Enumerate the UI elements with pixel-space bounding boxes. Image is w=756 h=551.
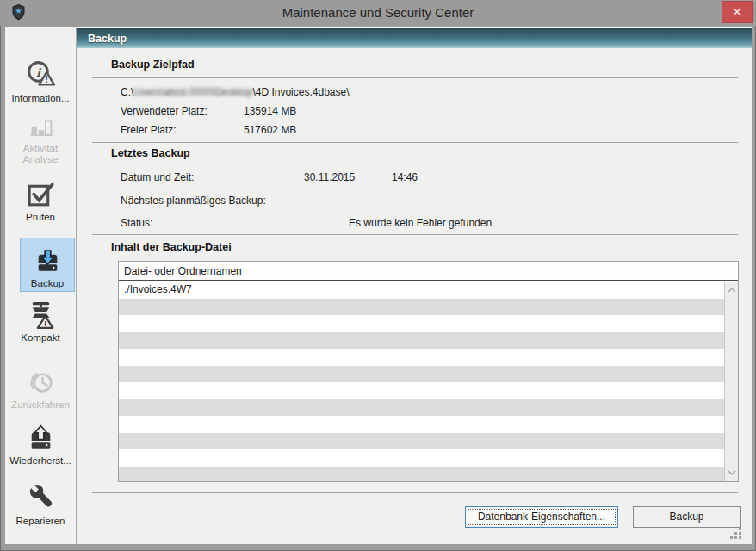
svg-text:!: !	[45, 75, 47, 84]
scroll-down-icon[interactable]	[725, 466, 739, 480]
sidebar-item-label: Information...	[5, 93, 76, 104]
table-row[interactable]	[119, 433, 724, 450]
section-heading-letztes-backup: Letztes Backup	[111, 147, 190, 159]
database-properties-button[interactable]: Datenbank-Eigenschaften...	[465, 506, 618, 528]
section-heading-inhalt: Inhalt der Backup-Datei	[111, 241, 232, 253]
table-row[interactable]	[119, 416, 724, 433]
panel-title: Backup	[88, 29, 127, 48]
sidebar-item-reparieren[interactable]: Reparieren	[5, 482, 76, 527]
table-row[interactable]	[119, 332, 724, 350]
close-icon: ✕	[733, 6, 741, 18]
separator	[92, 142, 738, 143]
sidebar-separator	[26, 356, 71, 356]
verify-check-icon	[5, 178, 76, 211]
separator	[92, 492, 738, 493]
sidebar-item-pruefen[interactable]: Prüfen	[5, 178, 76, 223]
section-heading-zielpfad: Backup Zielpfad	[111, 59, 195, 71]
rollback-clock-icon	[5, 366, 76, 399]
activity-chart-icon	[5, 115, 76, 142]
separator	[92, 77, 738, 78]
window-title: Maintenance und Security Center	[0, 0, 756, 26]
vertical-scrollbar[interactable]	[724, 282, 738, 481]
sidebar: i ! Information... Aktivität Analyse	[5, 27, 76, 544]
next-backup-label: Nächstes planmäßiges Backup:	[121, 195, 266, 207]
sidebar-item-aktivitaet-analyse[interactable]: Aktivität Analyse	[5, 115, 76, 165]
free-space-label: Freier Platz:	[121, 124, 177, 136]
table-row[interactable]	[119, 349, 724, 366]
sidebar-item-label: Reparieren	[5, 516, 76, 527]
resize-grip[interactable]	[730, 528, 742, 540]
compact-press-icon: !	[5, 299, 76, 331]
svg-text:!: !	[44, 319, 46, 328]
table-row[interactable]	[119, 467, 724, 482]
sidebar-item-label: Zurückfahren	[5, 399, 76, 411]
backup-drive-icon	[21, 245, 74, 277]
table-row[interactable]	[119, 366, 724, 383]
scroll-up-icon[interactable]	[725, 283, 739, 297]
info-warning-icon: i !	[5, 59, 76, 92]
sidebar-item-label: Prüfen	[5, 212, 76, 223]
panel-header-bar: Backup	[77, 28, 752, 48]
sidebar-item-label: Aktivität Analyse	[5, 143, 76, 165]
sidebar-item-label: Kompakt	[5, 332, 76, 344]
table-row[interactable]	[119, 299, 724, 316]
status-value: Es wurde kein Fehler gefunden.	[349, 217, 494, 229]
table-row[interactable]	[119, 382, 724, 399]
backup-destination-path: C:\Users\abcd.0000\Desktop\4D Invoices.4…	[121, 86, 350, 98]
sidebar-item-wiederherstellen[interactable]: Wiederherst...	[5, 422, 76, 467]
separator	[92, 234, 738, 235]
table-row[interactable]: ./Invoices.4W7	[119, 282, 724, 299]
column-header-datei-oder-ordnernamen[interactable]: Datei- oder Ordnernamen	[119, 262, 738, 281]
redacted-path-segment: Users\abcd.0000\Desktop	[133, 86, 252, 98]
sidebar-item-label: Wiederherst...	[5, 455, 76, 467]
used-space-value: 135914 MB	[244, 105, 296, 117]
svg-text:i: i	[35, 65, 41, 79]
free-space-value: 517602 MB	[244, 124, 296, 136]
datetime-label: Datum und Zeit:	[121, 171, 194, 183]
close-button[interactable]: ✕	[722, 1, 753, 23]
repair-wrench-icon	[5, 482, 76, 515]
restore-drive-icon	[5, 422, 76, 455]
table-row[interactable]	[119, 315, 724, 332]
titlebar: Maintenance und Security Center ✕	[0, 0, 756, 26]
maintenance-security-center-window: Maintenance und Security Center ✕ i ! In…	[0, 0, 756, 551]
sidebar-item-kompakt[interactable]: ! Kompakt	[5, 299, 76, 344]
backup-button[interactable]: Backup	[633, 506, 741, 528]
table-row[interactable]	[119, 449, 724, 467]
sidebar-item-label: Backup	[21, 278, 74, 289]
backup-file-table: Datei- oder Ordnernamen ./Invoices.4W7	[118, 261, 739, 482]
backup-file-table-body: ./Invoices.4W7	[119, 282, 724, 481]
table-row[interactable]	[119, 399, 724, 417]
last-backup-time: 14:46	[392, 171, 418, 183]
sidebar-item-backup[interactable]: Backup	[20, 238, 75, 292]
last-backup-date: 30.11.2015	[304, 171, 355, 183]
used-space-label: Verwendeter Platz:	[121, 105, 208, 117]
status-label: Status:	[121, 217, 152, 229]
sidebar-item-information[interactable]: i ! Information...	[5, 59, 76, 104]
sidebar-item-zurueckfahren[interactable]: Zurückfahren	[5, 366, 76, 411]
